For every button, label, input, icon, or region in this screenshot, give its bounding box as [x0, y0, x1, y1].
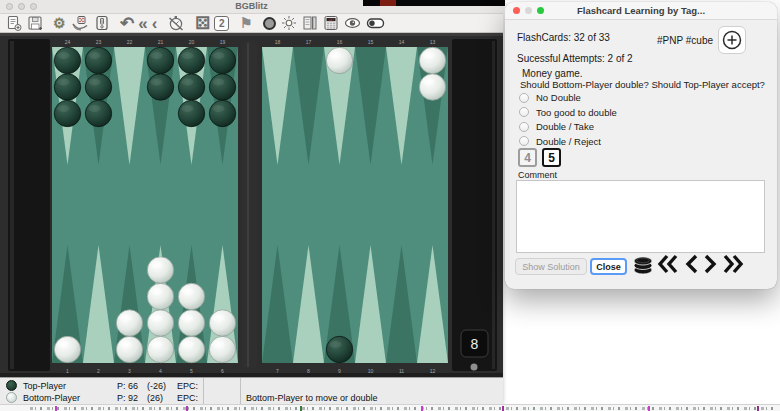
edit-board-button[interactable]	[94, 14, 110, 32]
hand-dice-icon	[71, 15, 89, 31]
new-position-button[interactable]	[6, 14, 22, 32]
background-artifact	[380, 0, 396, 6]
previous-card-button[interactable]	[683, 253, 699, 279]
calculator-button[interactable]: 187	[323, 14, 339, 32]
svg-text:23: 23	[96, 39, 102, 45]
main-toolbar: ⚙ ↶ « ‹	[0, 14, 503, 33]
option-label: Double / Take	[536, 121, 594, 132]
option-no-double[interactable]: No Double	[519, 92, 581, 103]
comment-input[interactable]	[516, 180, 765, 253]
double-chevron-left-icon: «	[138, 15, 146, 32]
dialog-title: Flashcard Learning by Tag...	[505, 5, 777, 16]
panel-ruler-icon	[302, 15, 318, 31]
step-back-button[interactable]: ‹	[152, 14, 157, 32]
toggle-button[interactable]	[366, 14, 386, 32]
show-solution-button[interactable]: Show Solution	[515, 258, 587, 275]
roll-button[interactable]: ⚄	[195, 14, 209, 32]
dice-five-icon: ⚄	[195, 15, 209, 32]
board-icon	[94, 15, 110, 31]
bottom-player-name: Bottom-Player	[23, 393, 80, 403]
top-player-name: Top-Player	[23, 381, 66, 391]
svg-text:15: 15	[368, 39, 374, 45]
die-button-5[interactable]: 5	[542, 148, 561, 167]
first-card-button[interactable]	[657, 253, 679, 279]
svg-text:8: 8	[471, 336, 479, 352]
svg-text:14: 14	[399, 39, 405, 45]
option-label: Double / Reject	[536, 136, 601, 147]
svg-text:6: 6	[221, 368, 224, 374]
last-card-button[interactable]	[722, 253, 744, 279]
hint-button[interactable]	[281, 14, 297, 32]
radio-icon[interactable]	[519, 136, 529, 146]
option-label: Too good to double	[536, 107, 617, 118]
clock-off-button[interactable]	[167, 14, 185, 32]
attempts-counter: Sucessful Attempts: 2 of 2	[517, 53, 633, 64]
bottom-player-delta: (26)	[147, 393, 163, 403]
stone-icon	[263, 17, 276, 30]
svg-text:5: 5	[190, 368, 193, 374]
jump-back-button[interactable]: «	[138, 14, 146, 32]
add-tag-button[interactable]	[718, 26, 746, 54]
svg-text:7: 7	[276, 368, 279, 374]
side-panel-button[interactable]	[302, 14, 318, 32]
die-button-4[interactable]: 4	[518, 148, 537, 167]
svg-text:20: 20	[189, 39, 195, 45]
flashcard-dialog: Flashcard Learning by Tag... FlashCards:…	[505, 2, 777, 289]
glitch-text-strip	[0, 404, 780, 411]
top-player-delta: (-26)	[147, 381, 166, 391]
radio-icon[interactable]	[519, 107, 529, 117]
svg-text:24: 24	[65, 39, 71, 45]
stone-button[interactable]	[263, 14, 276, 32]
question-line-2: Should Bottom-Player double? Should Top-…	[520, 79, 765, 90]
glitch-artifact	[186, 406, 188, 411]
option-double-take[interactable]: Double / Take	[519, 121, 594, 132]
stack-button[interactable]	[631, 253, 655, 281]
svg-text:21: 21	[158, 39, 164, 45]
glitch-artifact	[421, 406, 423, 411]
option-double-reject[interactable]: Double / Reject	[519, 136, 601, 147]
chevron-right-icon	[703, 253, 719, 275]
double-cube-button[interactable]: 2	[214, 14, 229, 32]
svg-text:13: 13	[430, 39, 436, 45]
coins-stack-icon	[631, 253, 655, 277]
close-button[interactable]: Close	[590, 258, 627, 275]
settings-button[interactable]: ⚙	[53, 14, 66, 32]
resign-button[interactable]: ⚑	[240, 14, 253, 32]
cube-2-icon: 2	[214, 16, 229, 31]
radio-icon[interactable]	[519, 93, 529, 103]
svg-text:3: 3	[128, 368, 131, 374]
bottom-player-pip: P: 92	[117, 393, 138, 403]
show-button[interactable]	[344, 14, 361, 32]
svg-text:9: 9	[338, 368, 341, 374]
svg-text:19: 19	[220, 39, 226, 45]
roll-dice-hand-button[interactable]	[71, 14, 89, 32]
stopwatch-off-icon	[167, 15, 185, 31]
bottom-player-checker-icon	[6, 392, 17, 403]
svg-text:12: 12	[430, 368, 436, 374]
chevron-left-icon	[683, 253, 699, 275]
save-button[interactable]	[27, 14, 43, 32]
next-card-button[interactable]	[703, 253, 719, 279]
calculator-icon: 187	[323, 15, 339, 31]
double-chevron-right-icon	[722, 253, 744, 275]
glitch-artifact	[502, 406, 504, 411]
status-bar: Top-Player P: 66 (-26) EPC: Bottom-Playe…	[0, 377, 503, 405]
gears-icon: ⚙	[53, 16, 66, 30]
backgammon-board[interactable]: 2423222120191817161514131234567891011128	[0, 33, 503, 377]
glitch-noise	[30, 407, 776, 410]
plus-circle-icon	[721, 29, 743, 51]
radio-icon[interactable]	[519, 122, 529, 132]
board-canvas[interactable]: 2423222120191817161514131234567891011128	[0, 33, 503, 377]
floppy-plus-icon	[27, 15, 43, 31]
option-too-good[interactable]: Too good to double	[519, 107, 617, 118]
toggle-switch-icon	[366, 15, 386, 31]
bgblitz-window: BGBlitz ⚙	[0, 0, 503, 403]
svg-text:4: 4	[159, 368, 162, 374]
double-chevron-left-icon	[657, 253, 679, 275]
dialog-titlebar[interactable]: Flashcard Learning by Tag...	[505, 2, 777, 20]
svg-text:10: 10	[368, 368, 374, 374]
document-plus-icon	[6, 15, 22, 31]
top-player-pip: P: 66	[117, 381, 138, 391]
undo-button[interactable]: ↶	[120, 14, 133, 32]
svg-text:22: 22	[127, 39, 133, 45]
